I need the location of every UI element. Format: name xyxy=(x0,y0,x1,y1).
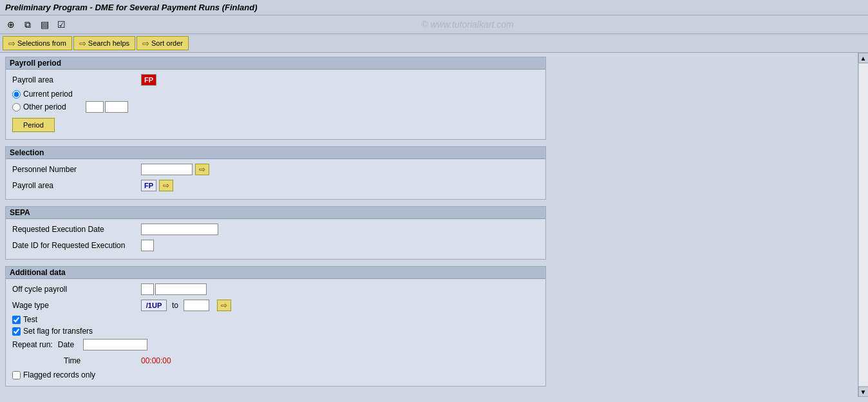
wage-type-to-input[interactable] xyxy=(184,300,209,311)
time-row: Time 00:00:00 xyxy=(12,354,539,367)
other-period-label: Other period xyxy=(23,102,66,111)
execution-date-label: Requested Execution Date xyxy=(12,225,141,234)
other-period-input-1[interactable] xyxy=(86,101,104,113)
flagged-row: Flagged records only xyxy=(12,370,539,379)
current-period-label: Current period xyxy=(23,90,73,99)
payroll-area-input[interactable] xyxy=(141,74,156,86)
repeat-run-date-input[interactable] xyxy=(83,339,147,350)
other-period-row: Other period xyxy=(12,101,539,113)
page-title: Preliminary Program - DME for Several Pa… xyxy=(5,3,258,12)
other-period-radio[interactable] xyxy=(12,103,21,111)
personnel-number-input[interactable] xyxy=(141,164,193,175)
personnel-number-arrow-btn[interactable]: ⇨ xyxy=(195,164,209,175)
selection-section: Selection Personnel Number ⇨ Payroll are… xyxy=(5,146,546,200)
period-button-row: Period xyxy=(12,115,539,132)
toolbar-icon-4[interactable]: ☑ xyxy=(54,17,68,32)
selection-payroll-area-arrow-btn[interactable]: ⇨ xyxy=(159,180,173,191)
date-sublabel: Date xyxy=(58,340,74,349)
selection-body: Personnel Number ⇨ Payroll area ⇨ xyxy=(6,159,545,199)
execution-date-input[interactable] xyxy=(141,224,218,235)
repeat-run-label: Repeat run: xyxy=(12,340,53,349)
selection-payroll-area-input[interactable] xyxy=(141,180,156,191)
sepa-header: SEPA xyxy=(6,207,545,219)
selection-header: Selection xyxy=(6,147,545,159)
title-bar: Preliminary Program - DME for Several Pa… xyxy=(0,0,868,15)
off-cycle-label: Off cycle payroll xyxy=(12,285,141,294)
to-label: to xyxy=(172,301,178,310)
current-period-radio[interactable] xyxy=(12,90,21,99)
date-id-row: Date ID for Requested Execution xyxy=(12,239,539,252)
selection-payroll-area-label: Payroll area xyxy=(12,181,141,190)
payroll-area-label: Payroll area xyxy=(12,75,141,84)
toolbar-icon-3[interactable]: ▤ xyxy=(37,17,52,32)
off-cycle-input-1[interactable] xyxy=(141,283,154,295)
tab-label: Sort order xyxy=(151,39,183,47)
current-period-row: Current period xyxy=(12,90,539,99)
date-id-input[interactable] xyxy=(141,240,154,251)
toolbar: ⊕ ⧉ ▤ ☑ © www.tutorialkart.com xyxy=(0,15,868,34)
tab-selections-from[interactable]: ⇨ Selections from xyxy=(3,36,72,50)
set-flag-label: Set flag for transfers xyxy=(23,327,93,336)
wage-type-arrow-btn[interactable]: ⇨ xyxy=(217,300,231,311)
tab-search-helps[interactable]: ⇨ Search helps xyxy=(73,36,135,50)
scroll-track xyxy=(859,64,868,386)
test-label: Test xyxy=(23,315,37,324)
flagged-checkbox[interactable] xyxy=(12,371,21,379)
tab-sort-order[interactable]: ⇨ Sort order xyxy=(137,36,189,50)
scroll-down-arrow[interactable]: ▼ xyxy=(858,387,869,397)
repeat-run-row: Repeat run: Date xyxy=(12,338,539,351)
sepa-section: SEPA Requested Execution Date Date ID fo… xyxy=(5,206,546,260)
execution-date-row: Requested Execution Date xyxy=(12,223,539,236)
personnel-number-row: Personnel Number ⇨ xyxy=(12,163,539,176)
sepa-body: Requested Execution Date Date ID for Req… xyxy=(6,219,545,259)
payroll-area-row: Payroll area xyxy=(12,73,539,86)
toolbar-icon-1[interactable]: ⊕ xyxy=(4,17,18,32)
wage-type-row: Wage type to ⇨ xyxy=(12,299,539,312)
toolbar-icon-2[interactable]: ⧉ xyxy=(21,17,35,32)
off-cycle-input-2[interactable] xyxy=(155,283,207,295)
tab-label: Selections from xyxy=(17,39,66,47)
personnel-number-label: Personnel Number xyxy=(12,165,141,174)
set-flag-row: Set flag for transfers xyxy=(12,327,539,336)
payroll-period-body: Payroll area Current period Other period… xyxy=(6,70,545,139)
watermark: © www.tutorialkart.com xyxy=(71,19,864,30)
date-id-label: Date ID for Requested Execution xyxy=(12,241,141,250)
test-row: Test xyxy=(12,315,539,324)
flagged-label: Flagged records only xyxy=(23,370,95,379)
off-cycle-row: Off cycle payroll xyxy=(12,283,539,296)
arrow-icon: ⇨ xyxy=(79,39,86,48)
arrow-icon: ⇨ xyxy=(8,39,15,48)
payroll-period-header: Payroll period xyxy=(6,57,545,70)
time-label: Time xyxy=(12,356,141,365)
wage-type-label: Wage type xyxy=(12,301,141,310)
additional-section: Additional data Off cycle payroll Wage t… xyxy=(5,266,546,387)
payroll-period-section: Payroll period Payroll area Current peri… xyxy=(5,57,546,140)
test-checkbox[interactable] xyxy=(12,316,21,324)
selection-payroll-area-row: Payroll area ⇨ xyxy=(12,179,539,192)
scrollbar[interactable]: ▲ ▼ xyxy=(858,53,868,397)
wage-type-from-input[interactable] xyxy=(141,300,167,311)
main-content: Payroll period Payroll area Current peri… xyxy=(0,53,868,397)
other-period-input-2[interactable] xyxy=(105,101,128,113)
set-flag-checkbox[interactable] xyxy=(12,327,21,336)
period-button[interactable]: Period xyxy=(12,118,55,132)
tab-bar: ⇨ Selections from ⇨ Search helps ⇨ Sort … xyxy=(0,34,868,53)
tab-label: Search helps xyxy=(88,39,129,47)
additional-header: Additional data xyxy=(6,267,545,279)
time-value: 00:00:00 xyxy=(141,356,171,365)
arrow-icon: ⇨ xyxy=(142,39,149,48)
scroll-up-arrow[interactable]: ▲ xyxy=(858,53,869,63)
additional-body: Off cycle payroll Wage type to ⇨ Test xyxy=(6,279,545,386)
